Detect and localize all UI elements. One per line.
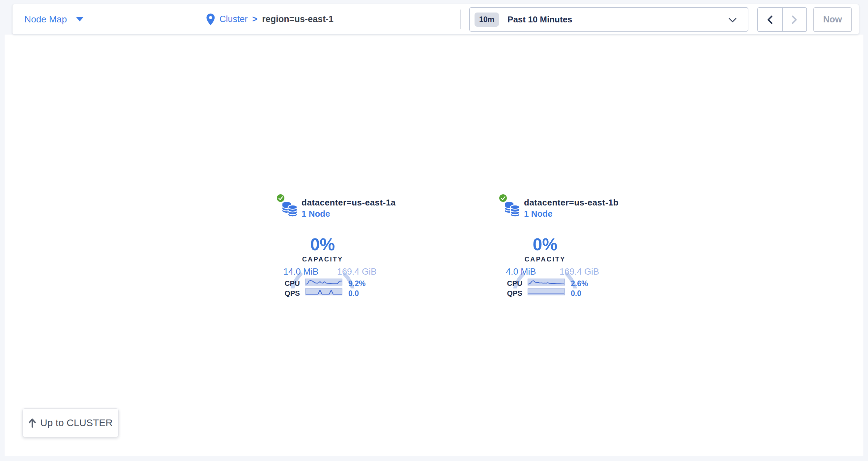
up-to-cluster-button[interactable]: Up to CLUSTER [23,408,119,437]
capacity-percent: 0% [532,235,557,254]
time-prev-button[interactable] [758,8,783,31]
time-nav-group [757,7,807,32]
capacity-total-value: 169.4 GiB [337,267,377,277]
cpu-value: 2.6% [571,279,588,288]
capacity-caption: CAPACITY [525,256,566,263]
qps-value: 0.0 [571,289,581,298]
time-range-badge: 10m [474,12,499,27]
capacity-used-value: 14.0 MiB [283,267,319,277]
cpu-label: CPU [504,279,522,288]
capacity-used-value: 4.0 MiB [506,267,536,277]
breadcrumb-current: region=us-east-1 [262,14,334,24]
healthy-check-icon [276,194,285,202]
chevron-down-icon [728,18,737,24]
datacenter-card-us-east-1a[interactable]: datacenter=us-east-1a 1 Node 0% CAPACITY… [276,192,398,304]
breadcrumb: Cluster > region=us-east-1 [206,4,334,34]
cpu-value: 9.2% [348,279,366,288]
up-arrow-icon [28,418,36,428]
view-selector-dropdown[interactable]: Node Map [24,4,83,34]
qps-label: QPS [282,289,300,298]
breadcrumb-cluster-link[interactable]: Cluster [219,14,248,24]
node-map-canvas [5,35,863,456]
qps-sparkline [305,289,342,295]
time-range-dropdown[interactable]: 10m Past 10 Minutes [469,7,748,32]
capacity-caption: CAPACITY [302,256,343,263]
cpu-label: CPU [282,279,300,288]
up-to-cluster-label: Up to CLUSTER [40,417,113,428]
time-next-button[interactable] [783,8,807,31]
caret-down-icon [76,17,83,22]
datacenter-title: datacenter=us-east-1b [524,198,619,208]
header-bar: Node Map Cluster > region=us-east-1 10m … [12,4,859,35]
location-pin-icon [206,13,215,25]
now-button[interactable]: Now [813,7,852,32]
cpu-sparkline [305,278,342,286]
capacity-total-value: 169.4 GiB [560,267,599,277]
capacity-percent: 0% [310,235,335,254]
breadcrumb-separator: > [252,14,258,24]
datacenter-title: datacenter=us-east-1a [302,198,396,208]
qps-value: 0.0 [348,289,359,298]
view-selector-label: Node Map [24,14,67,25]
datacenter-card-us-east-1b[interactable]: datacenter=us-east-1b 1 Node 0% CAPACITY… [499,192,621,304]
qps-sparkline [528,289,565,295]
header-divider [460,9,461,29]
qps-label: QPS [504,289,522,298]
time-range-label: Past 10 Minutes [507,14,572,25]
healthy-check-icon [499,194,507,202]
cpu-sparkline [528,278,565,286]
